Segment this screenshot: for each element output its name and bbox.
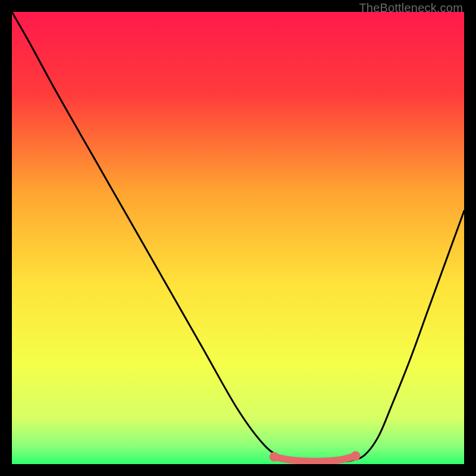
plateau-end-dot	[351, 451, 361, 461]
chart-frame: TheBottleneck.com	[0, 0, 476, 476]
plot-area	[12, 12, 464, 464]
chart-svg	[12, 12, 464, 464]
watermark-text: TheBottleneck.com	[359, 1, 463, 15]
plateau-start-dot	[270, 452, 279, 462]
